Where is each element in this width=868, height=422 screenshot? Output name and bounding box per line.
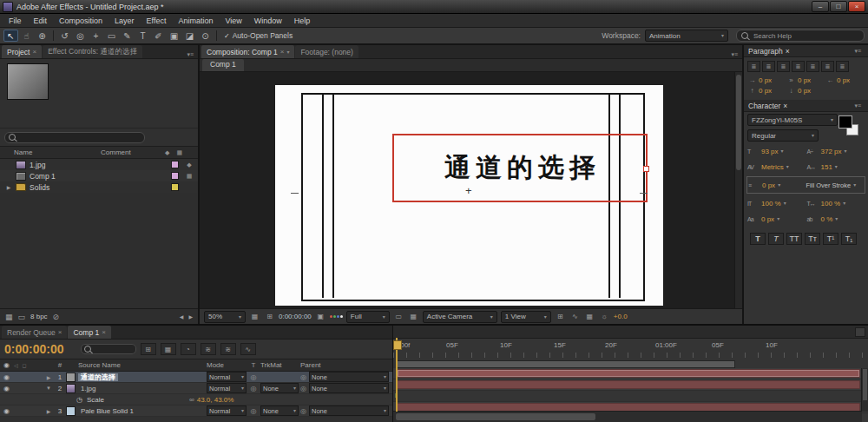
close-icon[interactable]: ×: [102, 328, 106, 336]
property-track-row[interactable]: I: [393, 391, 868, 402]
minimize-button[interactable]: –: [812, 1, 829, 12]
property-value[interactable]: 43.0, 43.0%: [197, 396, 234, 404]
graph-editor-icon[interactable]: ∿: [240, 343, 256, 355]
trkmat-dropdown[interactable]: None ▾: [260, 383, 299, 393]
subscript-button[interactable]: T₁: [841, 233, 857, 245]
superscript-button[interactable]: T¹: [823, 233, 838, 245]
baseline-shift-field[interactable]: Aa 0 px ▾: [747, 215, 806, 223]
close-icon[interactable]: ×: [32, 48, 36, 56]
column-mode[interactable]: Mode: [207, 361, 247, 369]
mask-visibility-icon[interactable]: ⊞: [264, 313, 275, 320]
justify-last-right-button[interactable]: ≣: [821, 61, 834, 72]
magnification-dropdown[interactable]: 50% ▾: [204, 311, 246, 323]
current-time-indicator-handle[interactable]: [393, 340, 402, 350]
parent-dropdown[interactable]: None ▾: [309, 383, 389, 393]
scroll-right-icon[interactable]: ▶: [188, 313, 193, 320]
align-right-button[interactable]: ≣: [777, 61, 790, 72]
pixel-aspect-icon[interactable]: ⊞: [555, 313, 566, 320]
pickwhip-icon[interactable]: ◎: [300, 373, 306, 381]
parent-dropdown[interactable]: None ▾: [309, 372, 389, 382]
property-row-scale[interactable]: ◷ Scale ∞ 43.0, 43.0%: [0, 394, 392, 406]
small-caps-button[interactable]: Tᴛ: [805, 233, 820, 245]
subtab-comp1[interactable]: Comp 1: [202, 59, 244, 71]
column-trkmat[interactable]: TrkMat: [260, 361, 299, 369]
timeline-search-field[interactable]: [81, 344, 136, 354]
parent-dropdown[interactable]: None ▾: [309, 406, 389, 416]
fill-over-stroke-dropdown[interactable]: Fill Over Stroke ▾: [806, 181, 865, 189]
mode-dropdown[interactable]: Normal ▾: [207, 372, 247, 382]
hand-tool-button[interactable]: ☝: [19, 30, 34, 42]
space-before-field[interactable]: ↑ 0 px: [748, 87, 786, 95]
pickwhip-icon[interactable]: ◎: [300, 385, 306, 392]
footer-timecode[interactable]: 0:00:00:00: [279, 313, 312, 320]
type-tool-button[interactable]: T: [135, 30, 150, 42]
leading-field[interactable]: A÷ 372 px ▾: [807, 148, 865, 155]
bounding-box-handle[interactable]: [643, 166, 649, 172]
exposure-value[interactable]: +0.0: [614, 313, 628, 320]
work-area-bar[interactable]: [397, 360, 735, 368]
horizontal-scale-field[interactable]: T↔ 100 % ▾: [807, 200, 865, 208]
panel-menu-icon[interactable]: ▾≡: [728, 51, 740, 58]
font-family-dropdown[interactable]: FZZongYi-M05S ▾: [747, 114, 838, 126]
hide-shy-icon[interactable]: ◔: [181, 343, 196, 355]
comp-marker-bin-icon[interactable]: [855, 327, 865, 337]
scrollbar-thumb[interactable]: [736, 75, 741, 170]
stroke-width-field[interactable]: ≡ 0 px ▾: [748, 181, 806, 189]
zoom-tool-button[interactable]: ⊕: [35, 30, 49, 42]
close-icon[interactable]: ×: [783, 102, 787, 110]
label-color[interactable]: [171, 172, 179, 180]
menu-help[interactable]: Help: [288, 16, 317, 25]
column-comment[interactable]: Comment: [101, 148, 165, 156]
show-channel-icon[interactable]: [330, 315, 343, 318]
stopwatch-icon[interactable]: ◷: [76, 396, 82, 404]
expander-icon[interactable]: ▶: [43, 374, 54, 380]
pen-tool-button[interactable]: ✎: [120, 30, 135, 42]
camera-tool-button[interactable]: ◎: [73, 30, 88, 42]
kerning-field[interactable]: AV Metrics ▾: [747, 163, 806, 171]
column-name[interactable]: Name: [0, 148, 101, 156]
vertical-scale-field[interactable]: IT 100 % ▾: [747, 200, 806, 208]
time-ruler[interactable]: :00f 05F 10F 15F 20F 01:00F 05F 10F: [393, 339, 868, 370]
interpret-footage-icon[interactable]: ▦: [5, 313, 13, 321]
scroll-left-icon[interactable]: ◀: [180, 313, 184, 320]
label-color[interactable]: [171, 183, 179, 191]
close-button[interactable]: ×: [848, 1, 865, 12]
mask-tool-button[interactable]: ▭: [104, 30, 119, 42]
layer-bar-row-2[interactable]: [393, 379, 868, 391]
preserve-transparency-icon[interactable]: ◎: [247, 385, 260, 392]
puppet-tool-button[interactable]: ⊙: [198, 30, 213, 42]
preserve-transparency-icon[interactable]: ◎: [247, 373, 260, 381]
motion-blur-icon[interactable]: ≋: [220, 343, 236, 355]
workspace-dropdown[interactable]: Animation ▾: [645, 30, 728, 42]
project-item-comp1[interactable]: Comp 1 ▦: [0, 170, 198, 181]
close-icon[interactable]: ×: [786, 47, 790, 56]
transparency-grid-icon[interactable]: ▦: [408, 313, 419, 320]
timeline-track-area[interactable]: :00f 05F 10F 15F 20F 01:00F 05F 10F I: [393, 326, 868, 422]
preserve-transparency-icon[interactable]: ◎: [247, 407, 260, 415]
tab-project[interactable]: Project ×: [2, 45, 42, 58]
layer-row-2[interactable]: ◉ ▼ 2 1.jpg Normal ▾ ◎ None ▾ ◎ None: [0, 383, 392, 394]
justify-last-center-button[interactable]: ≣: [806, 61, 819, 72]
panel-menu-icon[interactable]: ▾≡: [184, 51, 196, 58]
menu-window[interactable]: Window: [248, 16, 288, 25]
tsume-field[interactable]: ab 0 % ▾: [807, 215, 865, 223]
view-layout-dropdown[interactable]: 1 View ▾: [501, 311, 551, 323]
layer-row-1[interactable]: ◉ ▶ 1 通道的选择 Normal ▾ ◎ ◎ None ▾: [0, 372, 392, 383]
layer-name[interactable]: Pale Blue Solid 1: [78, 407, 136, 415]
constrain-link-icon[interactable]: ∞: [189, 396, 194, 404]
tab-render-queue[interactable]: Render Queue ×: [2, 326, 67, 339]
column-number[interactable]: #: [54, 361, 66, 369]
trkmat-dropdown[interactable]: None ▾: [260, 406, 299, 416]
panel-menu-icon[interactable]: ▾≡: [852, 102, 864, 109]
composition-canvas[interactable]: 通道的选择 +: [275, 85, 663, 306]
fast-preview-icon[interactable]: ∿: [569, 313, 581, 320]
viewport-vertical-scrollbar[interactable]: [734, 72, 742, 308]
trash-icon[interactable]: ⊘: [53, 313, 60, 321]
comp-mini-flowchart-icon[interactable]: ⊞: [141, 343, 156, 355]
menu-view[interactable]: View: [219, 16, 247, 25]
eraser-tool-button[interactable]: ◪: [182, 30, 197, 42]
snapshot-camera-icon[interactable]: ▣: [315, 313, 326, 320]
label-color[interactable]: [171, 161, 179, 168]
expander-icon[interactable]: ▶: [43, 408, 54, 414]
brush-tool-button[interactable]: ✐: [151, 30, 166, 42]
